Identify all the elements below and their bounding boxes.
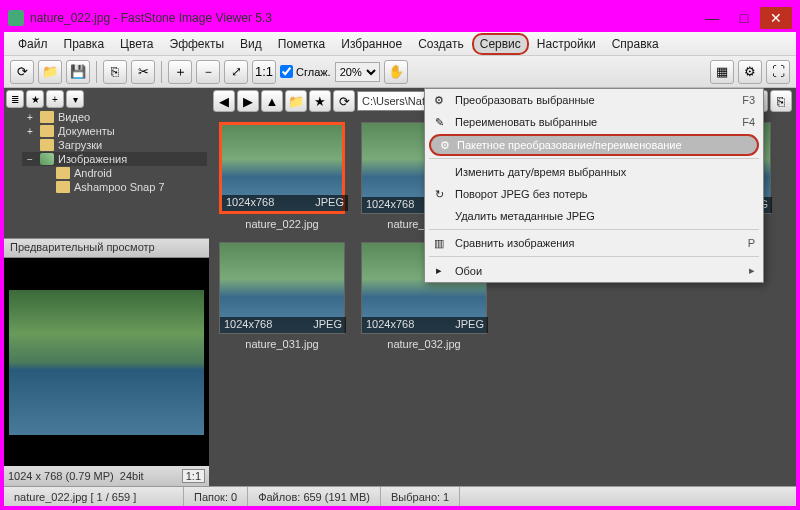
menu-сервис[interactable]: Сервис: [472, 33, 529, 55]
tree-item-загрузки[interactable]: Загрузки: [22, 138, 207, 152]
preview-header: Предварительный просмотр: [4, 238, 209, 258]
menu-item-label: Преобразовать выбранные: [455, 94, 595, 106]
menu-item-icon: ▸: [431, 263, 447, 279]
menubar: ФайлПравкаЦветаЭффектыВидПометкаИзбранно…: [4, 32, 796, 56]
menu-создать[interactable]: Создать: [410, 33, 472, 55]
menu-item[interactable]: ⚙Преобразовать выбранныеF3: [425, 89, 763, 111]
status-selected: Выбрано: 1: [381, 487, 460, 506]
thumb-dims: 1024x768: [366, 198, 414, 212]
smoothing-checkbox[interactable]: [280, 65, 293, 78]
thumbnail-nature_022.jpg[interactable]: 1024x768JPEGnature_022.jpg: [217, 122, 347, 230]
zoom-select[interactable]: 20%: [335, 62, 380, 82]
status-file: nature_022.jpg [ 1 / 659 ]: [4, 487, 184, 506]
thumb-dims: 1024x768: [226, 196, 274, 210]
tree-label: Видео: [58, 111, 90, 123]
menu-вид[interactable]: Вид: [232, 33, 270, 55]
menu-item[interactable]: Удалить метаданные JPEG: [425, 205, 763, 227]
zoom-fit-button[interactable]: ⤢: [224, 60, 248, 84]
thumbnail-nature_031.jpg[interactable]: 1024x768JPEGnature_031.jpg: [217, 242, 347, 350]
menu-справка[interactable]: Справка: [604, 33, 667, 55]
menu-файл[interactable]: Файл: [10, 33, 56, 55]
minimize-button[interactable]: —: [696, 7, 728, 29]
nav-folder-button[interactable]: 📁: [285, 90, 307, 112]
nav-up-button[interactable]: ▲: [261, 90, 283, 112]
tree-item-видео[interactable]: +Видео: [22, 110, 207, 124]
preview-zoom-ratio[interactable]: 1:1: [182, 469, 205, 483]
menu-item-label: Удалить метаданные JPEG: [455, 210, 595, 222]
preview-statusbar: 1024 x 768 (0.79 MP) 24bit 1:1: [4, 466, 209, 486]
folder-tree[interactable]: +Видео+ДокументыЗагрузки−ИзображенияAndr…: [4, 108, 209, 238]
menu-item[interactable]: ⚙Пакетное преобразование/переименование: [429, 134, 759, 156]
menu-shortcut: F4: [742, 116, 755, 128]
smoothing-toggle[interactable]: Сглаж.: [280, 65, 331, 78]
app-icon: [8, 10, 24, 26]
menu-избранное[interactable]: Избранное: [333, 33, 410, 55]
thumb-format: JPEG: [315, 196, 344, 210]
expand-icon[interactable]: +: [24, 112, 36, 123]
zoom-in-button[interactable]: ＋: [168, 60, 192, 84]
tree-toolbar: ≣ ★ + ▾: [4, 88, 209, 108]
menu-правка[interactable]: Правка: [56, 33, 113, 55]
menu-item-icon: [431, 164, 447, 180]
menu-эффекты[interactable]: Эффекты: [162, 33, 233, 55]
options-button[interactable]: ⚙: [738, 60, 762, 84]
fullscreen-button[interactable]: ⛶: [766, 60, 790, 84]
thumb-format: JPEG: [313, 318, 342, 332]
folder-icon: [56, 167, 70, 179]
menu-item[interactable]: ✎Переименовать выбранныеF4: [425, 111, 763, 133]
cut-button[interactable]: ✂: [131, 60, 155, 84]
hand-tool-button[interactable]: ✋: [384, 60, 408, 84]
menu-separator: [429, 158, 759, 159]
menu-item-label: Пакетное преобразование/переименование: [457, 139, 682, 151]
menu-item-label: Поворот JPEG без потерь: [455, 188, 588, 200]
nav-back-button[interactable]: ◀: [213, 90, 235, 112]
menu-item-icon: ↻: [431, 186, 447, 202]
tree-label: Android: [74, 167, 112, 179]
folder-ops-button[interactable]: ▾: [66, 90, 84, 108]
menu-item[interactable]: ↻Поворот JPEG без потерь: [425, 183, 763, 205]
menu-item[interactable]: ▥Сравнить изображенияP: [425, 232, 763, 254]
thumb-format: JPEG: [455, 318, 484, 332]
menu-item[interactable]: Изменить дату/время выбранных: [425, 161, 763, 183]
tree-toggle-button[interactable]: ≣: [6, 90, 24, 108]
tree-label: Изображения: [58, 153, 127, 165]
expand-icon[interactable]: −: [24, 154, 36, 165]
menu-пометка[interactable]: Пометка: [270, 33, 334, 55]
save-button[interactable]: 💾: [66, 60, 90, 84]
path-copy-button[interactable]: ⎘: [770, 90, 792, 112]
preview-image: [9, 290, 204, 435]
maximize-button[interactable]: □: [728, 7, 760, 29]
nav-refresh-button[interactable]: ⟳: [333, 90, 355, 112]
copy-button[interactable]: ⎘: [103, 60, 127, 84]
thumb-filename: nature_022.jpg: [245, 218, 318, 230]
expand-icon[interactable]: +: [24, 126, 36, 137]
thumb-filename: nature_032.jpg: [387, 338, 460, 350]
menu-item[interactable]: ▸Обои▸: [425, 259, 763, 282]
zoom-out-button[interactable]: －: [196, 60, 220, 84]
preview-bitdepth: 24bit: [120, 470, 144, 482]
nav-star-button[interactable]: ★: [309, 90, 331, 112]
left-pane: ≣ ★ + ▾ +Видео+ДокументыЗагрузки−Изображ…: [4, 88, 209, 486]
plus-folder-button[interactable]: +: [46, 90, 64, 108]
preview-pane[interactable]: [4, 258, 209, 466]
menu-настройки[interactable]: Настройки: [529, 33, 604, 55]
folder-icon: [40, 111, 54, 123]
nav-forward-button[interactable]: ▶: [237, 90, 259, 112]
open-button[interactable]: 📁: [38, 60, 62, 84]
zoom-actual-button[interactable]: 1:1: [252, 60, 276, 84]
grid-view-button[interactable]: ▦: [710, 60, 734, 84]
menu-separator: [429, 256, 759, 257]
tree-item-android[interactable]: Android: [38, 166, 207, 180]
right-pane: ◀ ▶ ▲ 📁 ★ ⟳ ▾ ⎘ 1024x768JPEGnature_022.j…: [209, 88, 796, 486]
menu-цвета[interactable]: Цвета: [112, 33, 161, 55]
refresh-button[interactable]: ⟳: [10, 60, 34, 84]
tree-item-документы[interactable]: +Документы: [22, 124, 207, 138]
tree-item-ashampoo snap 7[interactable]: Ashampoo Snap 7: [38, 180, 207, 194]
close-button[interactable]: ✕: [760, 7, 792, 29]
favorites-button[interactable]: ★: [26, 90, 44, 108]
folder-icon: [56, 181, 70, 193]
menu-item-label: Изменить дату/время выбранных: [455, 166, 626, 178]
tree-item-изображения[interactable]: −Изображения: [22, 152, 207, 166]
window-title: nature_022.jpg - FastStone Image Viewer …: [30, 11, 696, 25]
folder-icon: [40, 153, 54, 165]
